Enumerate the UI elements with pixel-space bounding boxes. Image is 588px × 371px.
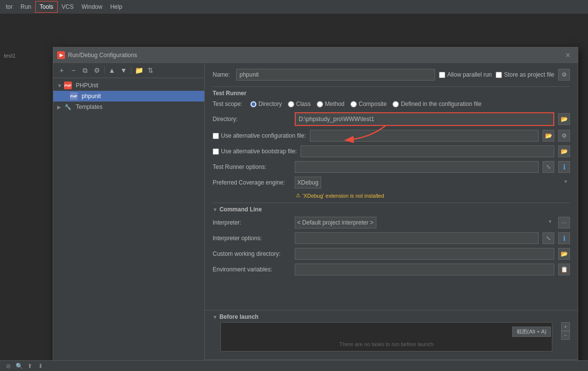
store-project-checkbox[interactable] (496, 72, 502, 78)
env-vars-label: Environment variables: (213, 266, 291, 273)
radio-config[interactable] (392, 101, 399, 107)
alt-bootstrap-checkbox-label[interactable]: Use alternative bootstrap file: (213, 148, 297, 155)
dialog-titlebar: ▶ Run/Debug Configurations ✕ (53, 47, 578, 63)
alt-bootstrap-row: Use alternative bootstrap file: 📂 (213, 145, 570, 157)
alt-config-input[interactable] (310, 130, 539, 142)
dialog-body: + − ⧉ ⚙ ▲ ▼ 📁 ⇅ ▼ PHP PHPUnit (53, 63, 578, 371)
store-project-label: Store as project file (496, 71, 554, 78)
coverage-engine-label: Preferred Coverage engine: (213, 179, 291, 186)
gear-button[interactable]: ⚙ (558, 69, 570, 81)
menu-vcs[interactable]: VCS (58, 1, 78, 12)
env-vars-input[interactable] (295, 264, 554, 275)
test-scope-row: Test scope: Directory Class Method (213, 101, 570, 107)
menu-help[interactable]: Help (106, 1, 126, 12)
interpreter-select-wrapper: < Default project interpreter > (295, 217, 554, 228)
coverage-select-wrapper: XDebug (295, 177, 570, 188)
expand-icon[interactable]: ⤡ (543, 161, 554, 173)
add-button[interactable]: + (56, 65, 67, 76)
folder-button[interactable]: 📁 (133, 65, 144, 76)
interpreter-options-label: Interpreter options: (213, 235, 291, 242)
divider (104, 66, 105, 74)
close-button[interactable]: ✕ (562, 50, 574, 60)
launch-remove-button[interactable]: − (561, 331, 570, 340)
status-icon-3[interactable]: ⬆ (25, 362, 34, 371)
down-button[interactable]: ▼ (118, 65, 129, 76)
status-icon-1[interactable]: ⊘ (4, 362, 13, 371)
right-panel: Name: Allow parallel run Store as projec… (205, 63, 578, 371)
status-icons: ⊘ 🔍 ⬆ ⬇ (4, 362, 45, 371)
alt-bootstrap-browse[interactable]: 📂 (558, 145, 570, 157)
interpreter-expand[interactable]: ⤡ (543, 232, 554, 244)
coverage-warning: ⚠ 'XDebug' extension is not installed (296, 192, 570, 199)
copy-button[interactable]: ⧉ (80, 65, 90, 76)
directory-input-wrapper (295, 112, 554, 126)
name-row: Name: Allow parallel run Store as projec… (213, 69, 570, 81)
interpreter-select[interactable]: < Default project interpreter > (295, 217, 376, 228)
up-button[interactable]: ▲ (107, 65, 117, 76)
menu-run[interactable]: Run (17, 1, 35, 12)
custom-dir-label: Custom working directory: (213, 250, 291, 257)
separator2 (213, 203, 570, 203)
before-launch-arrow: ▼ (213, 314, 218, 320)
radio-composite[interactable] (350, 101, 357, 107)
env-vars-edit[interactable]: 📋 (558, 264, 570, 275)
command-line-header[interactable]: ▼ Command Line (213, 206, 570, 213)
before-launch-content-area: 截图(Alt + A) There are no tasks to run be… (213, 322, 570, 355)
alt-config-browse[interactable]: 📂 (543, 130, 554, 142)
radio-class[interactable] (288, 101, 294, 107)
tree-item-templates[interactable]: ▶ 🔧 Templates (53, 102, 204, 112)
interpreter-more[interactable]: ··· (558, 217, 570, 228)
remove-button[interactable]: − (68, 65, 79, 76)
screenshot-button[interactable]: 截图(Alt + A) (512, 327, 551, 337)
alt-config-gear[interactable]: ⚙ (558, 130, 570, 142)
right-content: Name: Allow parallel run Store as projec… (205, 63, 578, 310)
scope-composite[interactable]: Composite (350, 101, 387, 107)
scope-directory[interactable]: Directory (250, 101, 282, 107)
phpunit-child-label: phpunit (82, 93, 101, 100)
before-launch-header[interactable]: ▼ Before launch (205, 310, 578, 322)
sidebar-project-label: test1 (4, 53, 16, 59)
allow-parallel-checkbox[interactable] (439, 72, 445, 78)
tree-item-phpunit-parent[interactable]: ▼ PHP PHPUnit (53, 80, 204, 91)
alt-bootstrap-checkbox[interactable] (213, 148, 219, 155)
launch-side-buttons: + − (561, 322, 570, 355)
directory-row: Directory: 📂 (213, 112, 570, 126)
status-icon-2[interactable]: 🔍 (15, 362, 23, 371)
info-icon[interactable]: ℹ (558, 161, 570, 173)
interpreter-label: Interpreter: (213, 219, 291, 226)
directory-input[interactable] (296, 113, 553, 125)
alt-bootstrap-input[interactable] (301, 145, 554, 157)
dialog-icon: ▶ (57, 51, 65, 59)
custom-dir-input[interactable] (295, 248, 554, 260)
scope-config[interactable]: Defined in the configuration file (392, 101, 481, 107)
allow-parallel-label: Allow parallel run (439, 71, 492, 78)
test-runner-options-row: Test Runner options: ⤡ ℹ (213, 161, 570, 173)
custom-dir-browse[interactable]: 📂 (558, 248, 570, 260)
name-input[interactable] (236, 69, 435, 81)
test-runner-options-input[interactable] (295, 161, 539, 173)
launch-add-button[interactable]: + (561, 322, 570, 331)
scope-class[interactable]: Class (288, 101, 311, 107)
settings-button[interactable]: ⚙ (91, 65, 102, 76)
alt-config-checkbox-label[interactable]: Use alternative configuration file: (213, 132, 306, 139)
radio-method[interactable] (317, 101, 323, 107)
alt-config-checkbox[interactable] (213, 133, 219, 139)
name-label: Name: (213, 71, 232, 78)
coverage-engine-row: Preferred Coverage engine: XDebug (213, 177, 570, 188)
directory-browse-button[interactable]: 📂 (558, 113, 570, 125)
menu-tor[interactable]: tor (2, 1, 17, 12)
menu-window[interactable]: Window (78, 1, 107, 12)
interpreter-info[interactable]: ℹ (558, 232, 570, 244)
expand-arrow3: ▶ (57, 104, 63, 110)
scope-method[interactable]: Method (317, 101, 345, 107)
status-icon-4[interactable]: ⬇ (36, 362, 45, 371)
interpreter-options-input[interactable] (295, 232, 539, 244)
coverage-select[interactable]: XDebug (295, 177, 321, 188)
sort-button[interactable]: ⇅ (145, 65, 156, 76)
menu-tools[interactable]: Tools (35, 1, 58, 13)
wrench-icon: 🔧 (64, 103, 72, 111)
radio-directory[interactable] (250, 101, 257, 107)
status-bar: ⊘ 🔍 ⬆ ⬇ (0, 360, 588, 371)
tree-item-phpunit-child[interactable]: ▶ PHP phpunit (53, 91, 204, 102)
left-panel: + − ⧉ ⚙ ▲ ▼ 📁 ⇅ ▼ PHP PHPUnit (53, 63, 205, 371)
